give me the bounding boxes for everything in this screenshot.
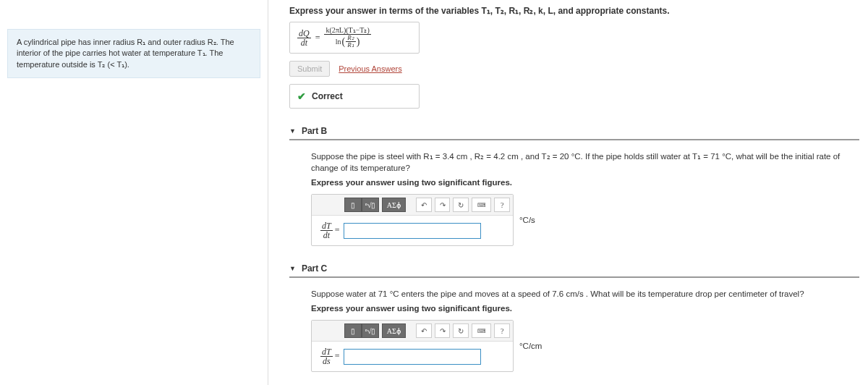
templates-button[interactable]: ▯ xyxy=(344,198,362,212)
rhs-ln: ln xyxy=(336,38,341,46)
reset-button[interactable]: ↻ xyxy=(453,323,469,338)
part-b-answer-input[interactable] xyxy=(344,223,481,239)
column-divider xyxy=(268,0,268,385)
equals: = xyxy=(315,33,320,43)
previous-answers-link[interactable]: Previous Answers xyxy=(339,64,401,73)
keyboard-button[interactable]: ⌨ xyxy=(472,198,491,212)
part-c-answer-input[interactable] xyxy=(344,349,481,365)
part-b-body: Suppose the pipe is steel with R₁ = 3.4 … xyxy=(289,151,859,246)
b-equals: = xyxy=(335,225,340,236)
help-button[interactable]: ? xyxy=(494,198,510,212)
part-c-question: Suppose water at 71 °C enters the pipe a… xyxy=(311,288,859,300)
caret-down-icon: ▼ xyxy=(289,127,296,135)
root-button[interactable]: ⁿ√▯ xyxy=(362,323,379,338)
undo-button[interactable]: ↶ xyxy=(416,198,432,212)
part-c-header[interactable]: ▼ Part C xyxy=(289,263,859,278)
part-b-toolbar: ▯ ⁿ√▯ ΑΣϕ ↶ ↷ ↻ ⌨ ? xyxy=(312,195,513,216)
part-c-instruction: Express your answer using two significan… xyxy=(311,304,859,313)
check-icon: ✔ xyxy=(297,90,306,102)
lhs-num: dQ xyxy=(297,29,311,38)
correct-label: Correct xyxy=(312,91,343,101)
part-a-lhs: dQ dt xyxy=(297,29,311,47)
part-c-body: Suppose water at 71 °C enters the pipe a… xyxy=(289,288,859,372)
part-a-rhs: k(2πL)(T₁−T₂) ln ( R₂ R₁ ) xyxy=(324,27,370,48)
help-button[interactable]: ? xyxy=(494,323,510,338)
b-lhs-den: dt xyxy=(322,231,331,240)
part-c-lhs: dT ds xyxy=(320,347,333,365)
submit-button: Submit xyxy=(289,61,330,77)
root-button[interactable]: ⁿ√▯ xyxy=(362,198,379,212)
rhs-inner-den: R₁ xyxy=(346,42,356,48)
redo-button[interactable]: ↷ xyxy=(435,198,451,212)
greek-button[interactable]: ΑΣϕ xyxy=(382,323,406,338)
part-c-toolbar: ▯ ⁿ√▯ ΑΣϕ ↶ ↷ ↻ ⌨ ? xyxy=(312,321,513,342)
part-b-unit: °C/s xyxy=(519,216,535,224)
part-b-question: Suppose the pipe is steel with R₁ = 3.4 … xyxy=(311,151,859,174)
part-b-header[interactable]: ▼ Part B xyxy=(289,126,859,140)
correct-feedback: ✔ Correct xyxy=(289,84,420,109)
part-c-title: Part C xyxy=(302,263,327,274)
undo-button[interactable]: ↶ xyxy=(416,323,432,338)
part-c-unit: °C/cm xyxy=(519,342,542,350)
problem-context: A cylindrical pipe has inner radius R₁ a… xyxy=(7,29,260,78)
reset-button[interactable]: ↻ xyxy=(453,198,469,212)
part-b-lhs: dT dt xyxy=(320,221,333,240)
redo-button[interactable]: ↷ xyxy=(435,323,451,338)
part-b-instruction: Express your answer using two significan… xyxy=(311,178,859,187)
part-b-title: Part B xyxy=(302,126,327,136)
part-b-input-card: ▯ ⁿ√▯ ΑΣϕ ↶ ↷ ↻ ⌨ ? dT dt xyxy=(311,194,514,246)
lhs-den: dt xyxy=(299,38,309,47)
part-a-instruction: Express your answer in terms of the vari… xyxy=(289,6,859,16)
c-lhs-den: ds xyxy=(321,357,332,365)
part-c-input-card: ▯ ⁿ√▯ ΑΣϕ ↶ ↷ ↻ ⌨ ? dT ds xyxy=(311,320,514,372)
c-equals: = xyxy=(335,351,340,362)
keyboard-button[interactable]: ⌨ xyxy=(472,323,491,338)
templates-button[interactable]: ▯ xyxy=(344,323,362,338)
caret-down-icon: ▼ xyxy=(289,265,296,272)
part-a-answer-box: dQ dt = k(2πL)(T₁−T₂) ln ( R₂ R₁ ) xyxy=(289,22,420,54)
greek-button[interactable]: ΑΣϕ xyxy=(382,198,406,212)
